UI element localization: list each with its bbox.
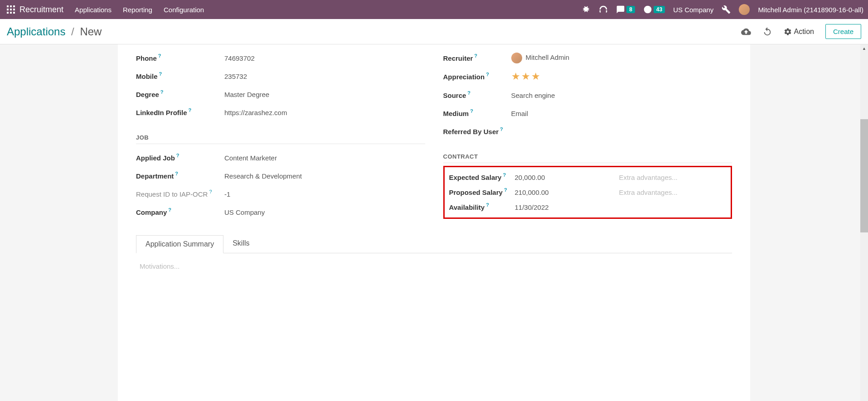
help-icon[interactable]: ?: [189, 107, 192, 113]
bug-icon[interactable]: [582, 5, 591, 14]
app-name: Recruitment: [19, 5, 63, 14]
value-phone[interactable]: 74693702: [224, 54, 425, 62]
support-icon[interactable]: [599, 5, 608, 14]
section-job-header: JOB: [136, 134, 425, 144]
action-label: Action: [794, 28, 814, 36]
save-icon[interactable]: [741, 27, 751, 37]
label-recruiter: Recruiter: [443, 54, 473, 62]
user-avatar[interactable]: [739, 4, 750, 15]
value-degree[interactable]: Master Degree: [224, 91, 425, 98]
left-column: Phone? 74693702 Mobile? 235732 Degree? M…: [136, 49, 425, 221]
value-linkedin[interactable]: https://zarashez.com: [224, 109, 425, 116]
tabs: Application Summary Skills: [136, 235, 732, 253]
label-referred: Referred By User: [443, 128, 499, 135]
nav-applications[interactable]: Applications: [75, 6, 112, 14]
help-icon[interactable]: ?: [175, 171, 178, 176]
label-linkedin: LinkedIn Profile: [136, 109, 187, 116]
value-availability[interactable]: 11/30/2022: [515, 203, 619, 211]
value-source[interactable]: Search engine: [511, 92, 732, 99]
section-contract-header: CONTRACT: [443, 153, 732, 163]
help-icon[interactable]: ?: [503, 172, 506, 178]
scrollbar-thumb[interactable]: [860, 119, 868, 232]
label-applied-job: Applied Job: [136, 154, 175, 162]
scroll-up-icon[interactable]: ▲: [860, 44, 868, 52]
label-medium: Medium: [443, 110, 469, 117]
label-source: Source: [443, 92, 466, 99]
value-applied-job[interactable]: Content Marketer: [224, 154, 425, 162]
value-expected-salary[interactable]: 20,000.00: [515, 174, 619, 181]
star-icon[interactable]: ★: [531, 71, 540, 82]
label-request-id: Request ID to IAP-OCR: [136, 190, 208, 198]
label-mobile: Mobile: [136, 72, 158, 80]
value-medium[interactable]: Email: [511, 110, 732, 117]
value-company[interactable]: US Company: [224, 208, 425, 216]
label-phone: Phone: [136, 54, 157, 62]
nav-reporting[interactable]: Reporting: [123, 6, 152, 14]
motivations-placeholder[interactable]: Motivations...: [136, 253, 732, 279]
label-appreciation: Appreciation: [443, 73, 485, 81]
label-degree: Degree: [136, 91, 159, 98]
help-icon[interactable]: ?: [486, 72, 489, 77]
value-proposed-salary[interactable]: 210,000.00: [515, 188, 619, 196]
activities-icon[interactable]: 43: [643, 5, 665, 14]
value-department[interactable]: Research & Development: [224, 172, 425, 180]
contract-highlight-box: Expected Salary? 20,000.00 Extra advanta…: [443, 166, 732, 219]
breadcrumb-parent[interactable]: Applications: [7, 25, 65, 38]
tab-skills[interactable]: Skills: [223, 235, 258, 253]
breadcrumb: Applications / New: [7, 25, 102, 38]
user-name[interactable]: Mitchell Admin (21418909-16-0-all): [758, 6, 863, 14]
company-switcher[interactable]: US Company: [673, 6, 713, 14]
topbar: Recruitment Applications Reporting Confi…: [0, 0, 868, 19]
messages-icon[interactable]: 8: [616, 5, 635, 14]
help-icon[interactable]: ?: [486, 202, 489, 208]
label-proposed-salary: Proposed Salary: [449, 188, 503, 196]
value-mobile[interactable]: 235732: [224, 72, 425, 80]
breadcrumb-bar: Applications / New Action Create: [0, 19, 868, 44]
placeholder-proposed-extra[interactable]: Extra advantages...: [619, 188, 678, 196]
right-column: Recruiter? Mitchell Admin Appreciation? …: [443, 49, 732, 221]
tools-icon[interactable]: [722, 5, 731, 14]
nav-configuration[interactable]: Configuration: [164, 6, 204, 14]
help-icon[interactable]: ?: [209, 189, 212, 194]
help-icon[interactable]: ?: [168, 207, 171, 213]
star-icon[interactable]: ★: [511, 71, 520, 82]
discard-icon[interactable]: [762, 27, 772, 37]
value-request-id[interactable]: -1: [224, 190, 425, 198]
action-button[interactable]: Action: [784, 28, 814, 36]
star-icon[interactable]: ★: [521, 71, 530, 82]
content-area: Phone? 74693702 Mobile? 235732 Degree? M…: [0, 44, 868, 401]
messages-badge: 8: [626, 6, 635, 13]
breadcrumb-separator: /: [71, 25, 74, 38]
help-icon[interactable]: ?: [176, 153, 179, 158]
help-icon[interactable]: ?: [474, 53, 477, 58]
apps-menu-icon[interactable]: [7, 5, 15, 14]
create-button[interactable]: Create: [825, 24, 861, 39]
activities-badge: 43: [654, 6, 665, 13]
breadcrumb-actions: Action Create: [741, 24, 862, 39]
placeholder-expected-extra[interactable]: Extra advantages...: [619, 174, 678, 181]
topbar-right: 8 43 US Company Mitchell Admin (21418909…: [582, 4, 863, 15]
value-recruiter[interactable]: Mitchell Admin: [511, 53, 732, 63]
tab-application-summary[interactable]: Application Summary: [136, 235, 223, 253]
label-availability: Availability: [449, 203, 485, 211]
help-icon[interactable]: ?: [504, 187, 507, 193]
label-expected-salary: Expected Salary: [449, 174, 502, 181]
scrollbar[interactable]: ▲: [860, 44, 868, 401]
help-icon[interactable]: ?: [470, 108, 473, 114]
help-icon[interactable]: ?: [500, 126, 503, 132]
label-company: Company: [136, 208, 167, 216]
help-icon[interactable]: ?: [467, 90, 470, 96]
breadcrumb-current: New: [80, 25, 102, 38]
help-icon[interactable]: ?: [158, 53, 161, 58]
help-icon[interactable]: ?: [160, 89, 164, 95]
value-appreciation[interactable]: ★ ★ ★: [511, 71, 732, 82]
form-sheet: Phone? 74693702 Mobile? 235732 Degree? M…: [118, 44, 750, 401]
help-icon[interactable]: ?: [159, 71, 162, 77]
label-department: Department: [136, 172, 174, 180]
recruiter-avatar: [511, 53, 522, 63]
